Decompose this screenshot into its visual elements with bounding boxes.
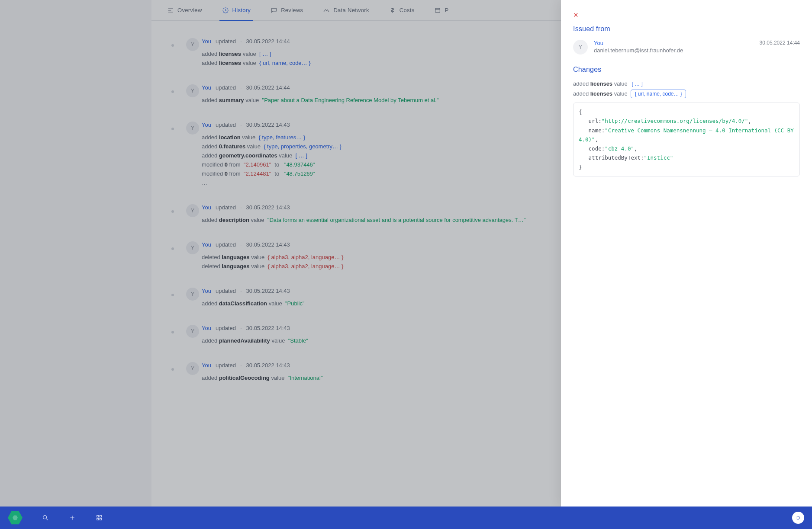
svg-rect-4 xyxy=(97,518,99,520)
add-icon[interactable] xyxy=(68,514,76,522)
issuer-row: Y You daniel.tebernum@isst.fraunhofer.de… xyxy=(573,40,800,55)
svg-point-1 xyxy=(43,516,47,519)
user-avatar[interactable]: D xyxy=(792,512,804,524)
svg-rect-3 xyxy=(100,516,101,517)
apps-icon[interactable] xyxy=(95,514,103,522)
object-pill[interactable]: { url, name, code… } xyxy=(631,90,686,98)
object-pill[interactable]: [ … ] xyxy=(631,81,643,87)
panel-change-line: added licenses value { url, name, code… … xyxy=(573,90,800,98)
bottom-bar: D xyxy=(0,507,812,529)
issuer-name: You xyxy=(594,40,754,46)
search-icon[interactable] xyxy=(42,514,49,522)
panel-change-line: added licenses value [ … ] xyxy=(573,80,800,87)
avatar: Y xyxy=(573,40,588,55)
changes-heading: Changes xyxy=(573,66,800,74)
issuer-timestamp: 30.05.2022 14:44 xyxy=(760,40,800,46)
close-icon[interactable]: ✕ xyxy=(573,11,579,19)
code-block: { url:"http://creativecommons.org/licens… xyxy=(573,103,800,176)
svg-rect-2 xyxy=(97,516,99,517)
issuer-email: daniel.tebernum@isst.fraunhofer.de xyxy=(594,47,754,54)
svg-rect-5 xyxy=(100,518,101,520)
detail-panel: ✕ Issued from Y You daniel.tebernum@isst… xyxy=(561,0,812,507)
app-logo[interactable] xyxy=(8,510,23,525)
issued-from-heading: Issued from xyxy=(573,25,800,33)
